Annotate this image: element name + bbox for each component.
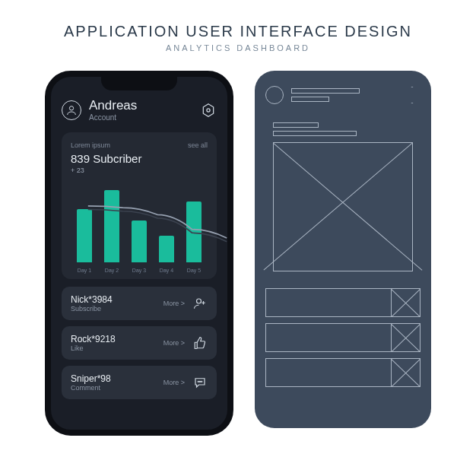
user-info: Andreas Account — [89, 98, 192, 122]
axis-label: Day 4 — [160, 268, 173, 273]
svg-point-0 — [69, 106, 73, 109]
svg-point-5 — [199, 381, 200, 382]
svg-point-4 — [198, 381, 198, 382]
more-link[interactable]: More > — [163, 379, 185, 386]
panels: Andreas Account Lorem ipsum see all 839 … — [45, 71, 431, 436]
phone-mockup: Andreas Account Lorem ipsum see all 839 … — [45, 71, 233, 436]
activity-action: Like — [71, 344, 156, 352]
wf-card-lines — [273, 122, 413, 136]
x-axis-labels: Day 1Day 2Day 3Day 4Day 5 — [71, 268, 208, 273]
wf-row-icon — [391, 289, 420, 316]
subscriber-count: 839 Subcriber — [71, 152, 208, 165]
activity-action: Comment — [71, 384, 156, 392]
avatar-icon[interactable] — [62, 100, 81, 120]
settings-button[interactable] — [200, 102, 217, 119]
wf-settings-placeholder — [404, 87, 420, 103]
bar-day3 — [132, 221, 147, 262]
more-link[interactable]: More > — [163, 339, 185, 347]
wf-row — [265, 288, 420, 317]
username: Andreas — [89, 98, 192, 113]
activity-name: Rock*9218 — [71, 334, 156, 344]
user-plus-icon — [192, 296, 208, 311]
activity-list: Nick*3984SubscribeMore >Rock*9218LikeMor… — [62, 287, 217, 399]
axis-label: Day 5 — [187, 268, 201, 273]
wf-title-lines — [291, 88, 396, 102]
comment-icon — [192, 375, 208, 390]
bar-day5 — [186, 202, 202, 262]
wf-row — [265, 323, 420, 352]
see-all-link[interactable]: see all — [188, 141, 208, 149]
thumbs-up-icon — [192, 335, 208, 351]
bar-series — [71, 186, 208, 262]
wf-row — [265, 358, 420, 387]
wf-line — [273, 131, 357, 136]
wf-line — [273, 122, 319, 128]
chart: Day 1Day 2Day 3Day 4Day 5 — [71, 182, 208, 273]
wireframe-panel — [255, 71, 431, 428]
axis-label: Day 3 — [132, 268, 146, 273]
activity-row[interactable]: Nick*3984SubscribeMore > — [62, 287, 217, 320]
subscriber-delta: + 23 — [71, 167, 208, 174]
axis-label: Day 1 — [78, 268, 91, 273]
activity-text: Sniper*98Comment — [71, 373, 156, 392]
account-label: Account — [89, 113, 192, 122]
svg-point-3 — [197, 299, 202, 303]
card-header: Lorem ipsum see all — [71, 141, 208, 149]
activity-name: Sniper*98 — [71, 373, 156, 384]
card-label: Lorem ipsum — [71, 141, 110, 149]
stats-card: Lorem ipsum see all 839 Subcriber + 23 D… — [62, 132, 217, 279]
wf-avatar-placeholder — [265, 86, 284, 104]
svg-point-6 — [202, 381, 202, 382]
activity-action: Subscribe — [71, 305, 156, 313]
wf-row-icon — [391, 359, 420, 386]
wf-card — [265, 115, 420, 279]
svg-point-2 — [207, 108, 210, 111]
activity-name: Nick*3984 — [71, 294, 156, 305]
activity-text: Rock*9218Like — [71, 334, 156, 352]
axis-label: Day 2 — [105, 268, 119, 273]
page-title: APPLICATION USER INTERFACE DESIGN — [64, 23, 412, 40]
wf-rows — [265, 288, 420, 387]
page-subtitle: ANALYTICS DASHBOARD — [166, 43, 310, 52]
bar-day1 — [77, 209, 92, 262]
wf-line — [291, 97, 329, 102]
wf-line — [291, 88, 360, 94]
svg-marker-1 — [203, 103, 213, 116]
activity-row[interactable]: Rock*9218LikeMore > — [62, 326, 217, 360]
bar-day4 — [159, 236, 174, 262]
activity-text: Nick*3984Subscribe — [71, 294, 156, 313]
gear-icon — [201, 103, 216, 118]
wf-header — [265, 86, 420, 104]
more-link[interactable]: More > — [163, 300, 185, 307]
wf-row-icon — [391, 324, 420, 351]
activity-row[interactable]: Sniper*98CommentMore > — [62, 366, 217, 399]
bar-day2 — [104, 190, 119, 262]
wf-chart-placeholder — [273, 142, 413, 271]
app-header: Andreas Account — [62, 98, 217, 122]
